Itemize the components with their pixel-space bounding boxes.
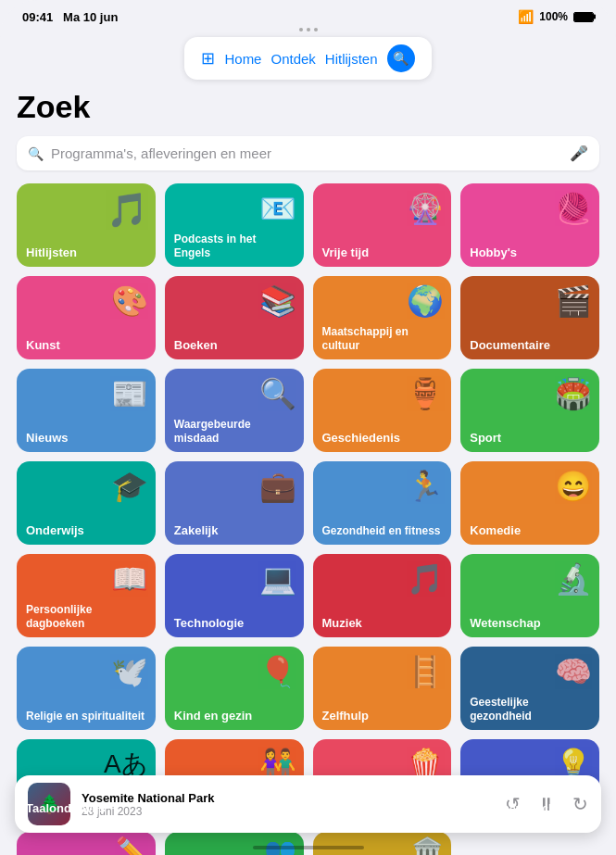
category-grid: 🎵 Hitlijsten 📧 Podcasts in het Engels 🎡 … <box>17 183 599 855</box>
category-zelfhulp[interactable]: 🪜 Zelfhulp <box>313 647 452 730</box>
search-icon: 🔍 <box>28 146 44 161</box>
category-sport[interactable]: 🏟️ Sport <box>460 369 599 452</box>
category-label: Geestelijke gezondheid <box>470 696 590 723</box>
category-boeken[interactable]: 📚 Boeken <box>165 276 304 359</box>
category-geestelijke-gezondheid[interactable]: 🧠 Geestelijke gezondheid <box>460 647 599 730</box>
category-label: Muziek <box>322 616 443 630</box>
home-indicator <box>253 846 364 849</box>
battery-visual <box>573 12 594 22</box>
category-label: Boeken <box>174 338 295 352</box>
category-hitlijsten[interactable]: 🎵 Hitlijsten <box>17 183 156 267</box>
category-label: Hobby's <box>470 245 590 259</box>
category-maatschappij[interactable]: 🌍 Maatschappij en cultuur <box>313 276 452 359</box>
tab-hitlijsten[interactable]: Hitlijsten <box>325 51 378 67</box>
category-label: Gezondheid en fitness <box>322 524 443 537</box>
category-hobbys[interactable]: 🧶 Hobby's <box>460 183 599 267</box>
category-komedie[interactable]: 😄 Komedie <box>460 461 599 545</box>
category-label: Religie en spiritualiteit <box>26 710 146 723</box>
category-label: Maatschappij en cultuur <box>322 325 443 352</box>
category-label: Technologie <box>174 616 295 630</box>
category-label: Komedie <box>470 523 590 537</box>
mic-icon[interactable]: 🎤 <box>570 145 588 162</box>
category-misdaad[interactable]: 🔍 Waargebeurde misdaad <box>165 369 304 452</box>
category-label: Onderwijs <box>26 523 146 537</box>
category-label: Persoonlijke dagboeken <box>26 603 146 630</box>
category-religie[interactable]: 🕊️ Religie en spiritualiteit <box>17 647 156 730</box>
category-gezondheid[interactable]: 🏃 Gezondheid en fitness <box>313 461 452 545</box>
search-placeholder: Programma's, afleveringen en meer <box>51 145 570 161</box>
category-geschiedenis[interactable]: 🏺 Geschiedenis <box>313 369 452 452</box>
category-vrije-tijd[interactable]: 🎡 Vrije tijd <box>313 183 452 267</box>
category-onderwijs[interactable]: 🎓 Onderwijs <box>17 461 156 545</box>
wifi-icon: 📶 <box>518 9 534 24</box>
status-date: Ma 10 jun <box>63 10 118 24</box>
category-nieuws[interactable]: 📰 Nieuws <box>17 369 156 452</box>
category-documentaire[interactable]: 🎬 Documentaire <box>460 276 599 359</box>
category-label: Geschiedenis <box>322 431 443 445</box>
category-label: Documentaire <box>470 338 590 352</box>
search-button[interactable]: 🔍 <box>387 44 415 72</box>
category-label: Zakelijk <box>174 523 295 537</box>
category-kind-gezin[interactable]: 🎈 Kind en gezin <box>165 647 304 730</box>
category-extra-3[interactable]: 🏛️ <box>313 832 452 855</box>
category-label: Taalonderwijs <box>26 801 146 815</box>
category-label: Podcasts in het Engels <box>174 233 295 259</box>
tab-ontdek[interactable]: Ontdek <box>270 51 315 67</box>
category-label: Sport <box>470 431 590 445</box>
battery-icon: 100% <box>539 10 568 23</box>
category-extra-2[interactable]: 👥 <box>165 832 304 855</box>
category-dagboeken[interactable]: 📖 Persoonlijke dagboeken <box>17 554 156 637</box>
category-label: Vrije tijd <box>322 245 443 259</box>
category-label: Wetenschap <box>470 616 590 630</box>
category-extra-4 <box>460 832 599 855</box>
category-technologie[interactable]: 💻 Technologie <box>165 554 304 637</box>
category-label: Hitlijsten <box>26 245 146 259</box>
category-podcasts-engels[interactable]: 📧 Podcasts in het Engels <box>165 183 304 267</box>
category-zakelijk[interactable]: 💼 Zakelijk <box>165 461 304 545</box>
page-title: Zoek <box>17 89 599 125</box>
sidebar-icon[interactable]: ⊞ <box>201 48 215 69</box>
category-extra-1[interactable]: ✏️ <box>17 832 156 855</box>
nav-dots <box>0 24 616 33</box>
category-muziek[interactable]: 🎵 Muziek <box>313 554 452 637</box>
category-wetenschap[interactable]: 🔬 Wetenschap <box>460 554 599 637</box>
category-label: Kind en gezin <box>174 709 295 723</box>
nav-bar: ⊞ Home Ontdek Hitlijsten 🔍 <box>0 33 616 89</box>
main-content: Zoek 🔍 Programma's, afleveringen en meer… <box>0 89 616 855</box>
tab-home[interactable]: Home <box>224 51 261 67</box>
category-label: Tv en film <box>322 801 443 815</box>
category-label: Ondernemerschap <box>470 802 590 815</box>
category-label: Waargebeurde misdaad <box>174 418 295 445</box>
category-label: Kunst <box>26 338 146 352</box>
category-label: Zelfhulp <box>322 709 443 723</box>
category-label: Nieuws <box>26 431 146 445</box>
search-bar[interactable]: 🔍 Programma's, afleveringen en meer 🎤 <box>17 136 599 170</box>
category-kunst[interactable]: 🎨 Kunst <box>17 276 156 359</box>
category-label: Relaties <box>174 801 295 815</box>
status-time: 09:41 <box>22 10 53 24</box>
